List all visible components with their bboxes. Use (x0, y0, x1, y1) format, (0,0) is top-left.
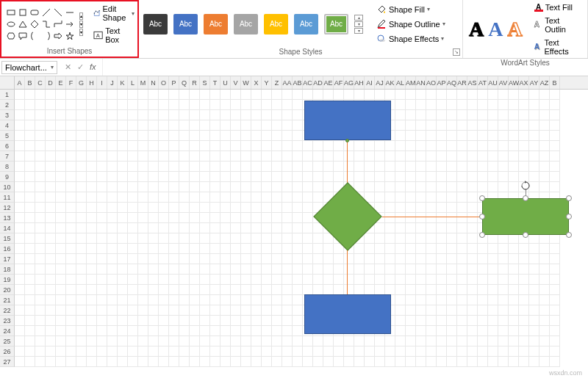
cell[interactable] (56, 141, 66, 151)
cell[interactable] (76, 110, 87, 120)
col-header[interactable]: AW (509, 76, 519, 89)
cell[interactable] (406, 316, 416, 326)
col-header[interactable]: AA (282, 76, 293, 89)
cell[interactable] (467, 326, 478, 336)
row-header[interactable]: 21 (0, 295, 15, 305)
cell[interactable] (478, 110, 488, 120)
cell[interactable] (406, 295, 416, 305)
cell[interactable] (15, 326, 25, 336)
cell[interactable] (76, 305, 87, 316)
cell[interactable] (426, 151, 437, 162)
cell[interactable] (457, 285, 467, 295)
cell[interactable] (395, 295, 406, 305)
cell[interactable] (262, 182, 272, 192)
cell[interactable] (220, 120, 231, 131)
cell[interactable] (498, 172, 509, 182)
cell[interactable] (220, 295, 231, 305)
cell[interactable] (138, 326, 148, 336)
cell[interactable] (447, 100, 457, 110)
cell[interactable] (66, 244, 76, 254)
shape-line-icon[interactable] (41, 7, 51, 18)
cell[interactable] (385, 213, 395, 223)
cell[interactable] (251, 100, 262, 110)
cell[interactable] (241, 233, 251, 244)
cell[interactable] (395, 305, 406, 316)
cell[interactable] (159, 120, 169, 131)
cell[interactable] (395, 151, 406, 162)
cell[interactable] (303, 141, 313, 151)
cell[interactable] (190, 295, 200, 305)
cell[interactable] (87, 244, 97, 254)
cell[interactable] (148, 326, 159, 336)
cell[interactable] (395, 213, 406, 223)
cell[interactable] (323, 336, 334, 346)
cell[interactable] (46, 357, 56, 367)
cell[interactable] (15, 203, 25, 213)
cell[interactable] (529, 141, 539, 151)
cell[interactable] (25, 244, 35, 254)
cell[interactable] (241, 326, 251, 336)
cell[interactable] (200, 110, 210, 120)
cell[interactable] (35, 233, 46, 244)
cell[interactable] (118, 244, 128, 254)
cell[interactable] (107, 131, 118, 141)
cell[interactable] (148, 162, 159, 172)
cell[interactable] (550, 264, 560, 275)
resize-handle-nw[interactable] (479, 195, 485, 201)
cell[interactable] (169, 203, 179, 213)
cell[interactable] (539, 131, 550, 141)
cell[interactable] (550, 182, 560, 192)
cell[interactable] (220, 131, 231, 141)
cell[interactable] (498, 326, 509, 336)
cell[interactable] (179, 275, 190, 285)
cell[interactable] (251, 305, 262, 316)
cell[interactable] (220, 233, 231, 244)
cell[interactable] (262, 233, 272, 244)
cell[interactable] (323, 182, 334, 192)
cell[interactable] (457, 131, 467, 141)
cell[interactable] (179, 233, 190, 244)
cell[interactable] (509, 110, 519, 120)
cell[interactable] (97, 285, 107, 295)
cell[interactable] (467, 264, 478, 275)
cell[interactable] (15, 357, 25, 367)
cell[interactable] (251, 151, 262, 162)
cell[interactable] (241, 120, 251, 131)
cell[interactable] (128, 223, 138, 233)
cell[interactable] (262, 131, 272, 141)
cell[interactable] (97, 326, 107, 336)
cell[interactable] (231, 305, 241, 316)
cell[interactable] (87, 357, 97, 367)
text-fill-button[interactable]: A Text Fill (531, 1, 584, 13)
cell[interactable] (76, 244, 87, 254)
row-header[interactable]: 11 (0, 192, 15, 203)
cell[interactable] (416, 275, 426, 285)
cell[interactable] (447, 223, 457, 233)
cell[interactable] (529, 110, 539, 120)
cell[interactable] (169, 120, 179, 131)
style-swatch-4[interactable]: Abc (264, 14, 288, 35)
col-header[interactable]: F (66, 76, 76, 89)
cell[interactable] (426, 285, 437, 295)
cell[interactable] (179, 223, 190, 233)
cell[interactable] (56, 172, 66, 182)
cell[interactable] (148, 275, 159, 285)
cell[interactable] (426, 90, 437, 100)
cell[interactable] (15, 264, 25, 275)
cell[interactable] (179, 336, 190, 346)
cell[interactable] (251, 254, 262, 264)
cell[interactable] (35, 192, 46, 203)
cell[interactable] (293, 233, 303, 244)
cell[interactable] (169, 305, 179, 316)
cell[interactable] (200, 192, 210, 203)
cell[interactable] (128, 316, 138, 326)
cell[interactable] (87, 295, 97, 305)
shape-oval-icon[interactable] (6, 19, 16, 29)
col-header[interactable]: AE (323, 76, 334, 89)
cell[interactable] (35, 244, 46, 254)
cell[interactable] (498, 295, 509, 305)
cell[interactable] (200, 233, 210, 244)
cell[interactable] (509, 275, 519, 285)
cell[interactable] (262, 244, 272, 254)
cell[interactable] (457, 326, 467, 336)
